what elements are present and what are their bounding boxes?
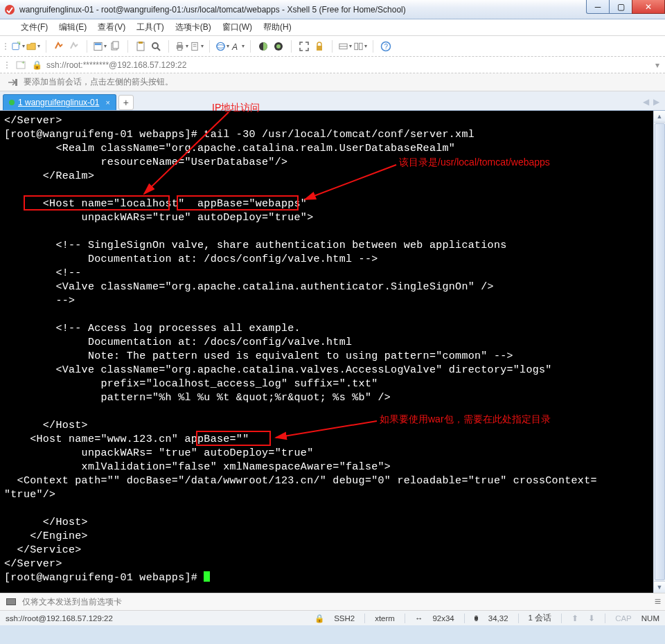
open-folder-icon[interactable]: [26, 39, 40, 53]
app-icon: [4, 4, 15, 15]
svg-point-36: [6, 62, 8, 63]
svg-rect-12: [113, 42, 118, 48]
toolbar: + A ?: [0, 36, 665, 57]
status-size: 92x34: [432, 614, 454, 623]
window-titlebar: wangruifenglinux-01 - root@wangruifeng-0…: [0, 0, 665, 19]
status-size-icon: ↔: [415, 614, 423, 623]
svg-point-23: [217, 42, 224, 50]
properties-icon[interactable]: [93, 39, 107, 53]
send-bar: 仅将文本发送到当前选项卡 ≡: [0, 593, 665, 610]
svg-point-0: [5, 5, 15, 15]
minimize-button[interactable]: ─: [586, 0, 610, 14]
send-bar-text[interactable]: 仅将文本发送到当前选项卡: [22, 596, 122, 608]
svg-text:A: A: [231, 42, 238, 51]
help-icon[interactable]: ?: [379, 39, 393, 53]
menu-tabs[interactable]: 选项卡(B): [171, 20, 215, 35]
status-term: xterm: [375, 614, 395, 623]
svg-rect-10: [95, 43, 101, 45]
svg-text:+: +: [17, 41, 20, 45]
scroll-down-icon[interactable]: ▼: [654, 581, 665, 593]
status-num: NUM: [641, 614, 659, 623]
svg-point-37: [6, 64, 8, 66]
svg-rect-33: [359, 43, 362, 49]
menu-tools[interactable]: 工具(T): [132, 20, 168, 35]
svg-point-24: [217, 44, 224, 48]
status-bar: ssh://root@192.168.57.129:22 🔒 SSH2 xter…: [0, 610, 665, 625]
encoding-icon[interactable]: [215, 39, 229, 53]
new-session-icon[interactable]: +: [11, 39, 25, 53]
tab-strip: 1 wangruifenglinux-01 × + ◀ ▶: [0, 91, 665, 111]
terminal-scrollbar[interactable]: ▲ ▼: [653, 111, 665, 593]
lock-indicator-icon: 🔒: [32, 60, 42, 70]
send-bar-menu-icon[interactable]: ≡: [655, 596, 661, 608]
status-pos-icon: ⧯: [475, 614, 479, 623]
address-text[interactable]: ssh://root:********@192.168.57.129:22: [46, 60, 651, 70]
scroll-up-icon[interactable]: ▲: [654, 111, 665, 123]
menu-help[interactable]: 帮助(H): [259, 20, 296, 35]
svg-rect-41: [15, 79, 17, 86]
session-tab[interactable]: 1 wangruifenglinux-01 ×: [3, 94, 116, 110]
svg-point-4: [5, 43, 6, 44]
connection-status-icon: [9, 100, 15, 105]
log-icon[interactable]: [190, 39, 204, 53]
menu-file[interactable]: 文件(F): [17, 20, 52, 35]
find-icon[interactable]: [149, 39, 163, 53]
print-icon[interactable]: [175, 39, 188, 53]
status-connection: ssh://root@192.168.57.129:22: [6, 614, 305, 623]
hint-text: 要添加当前会话，点击左侧的箭头按钮。: [24, 76, 173, 88]
fullscreen-icon[interactable]: [297, 39, 311, 53]
menubar: 文件(F) 编辑(E) 查看(V) 工具(T) 选项卡(B) 窗口(W) 帮助(…: [0, 19, 665, 36]
transfer-icon[interactable]: [338, 39, 352, 53]
svg-line-16: [157, 48, 160, 51]
terminal[interactable]: </Server> [root@wangruifeng-01 webapps]#…: [0, 111, 665, 593]
tab-next-icon[interactable]: ▶: [653, 97, 659, 107]
paste-icon[interactable]: [134, 39, 148, 53]
status-cursor-pos: 34,32: [488, 614, 508, 623]
status-protocol: SSH2: [334, 614, 355, 623]
svg-rect-19: [178, 47, 182, 50]
color-scheme-icon[interactable]: [256, 39, 270, 53]
hint-bar: 要添加当前会话，点击左侧的箭头按钮。: [0, 73, 665, 91]
svg-rect-14: [139, 42, 143, 44]
tab-close-icon[interactable]: ×: [105, 98, 109, 107]
terminal-area: </Server> [root@wangruifeng-01 webapps]#…: [0, 111, 665, 593]
svg-point-28: [276, 44, 281, 48]
status-sessions: 1 会话: [529, 613, 552, 623]
menu-window[interactable]: 窗口(W): [218, 20, 256, 35]
svg-text:?: ?: [384, 43, 389, 51]
svg-point-6: [5, 48, 6, 50]
close-button[interactable]: ✕: [632, 0, 665, 14]
status-ssh-icon: 🔒: [314, 614, 324, 623]
scroll-thumb[interactable]: [655, 123, 665, 580]
reconnect-icon[interactable]: [52, 39, 66, 53]
window-title: wangruifenglinux-01 - root@wangruifeng-0…: [19, 5, 661, 15]
svg-point-15: [152, 43, 158, 48]
status-up-icon: ⬆: [571, 614, 578, 623]
layout-icon[interactable]: [353, 39, 367, 53]
menu-view[interactable]: 查看(V): [94, 20, 130, 35]
svg-text:+: +: [21, 60, 25, 66]
address-dropdown-icon[interactable]: ▾: [655, 60, 659, 70]
copy-icon[interactable]: [108, 39, 122, 53]
disconnect-icon[interactable]: [67, 39, 81, 53]
menu-edit[interactable]: 编辑(E): [55, 20, 91, 35]
svg-point-5: [5, 46, 6, 47]
svg-rect-29: [317, 46, 322, 51]
hint-arrow-icon: [6, 75, 19, 89]
address-bar: + 🔒 ssh://root:********@192.168.57.129:2…: [0, 57, 665, 73]
add-session-icon[interactable]: +: [14, 58, 28, 72]
svg-rect-18: [178, 42, 182, 45]
send-target-icon[interactable]: [4, 595, 18, 609]
lock-icon[interactable]: [312, 39, 326, 53]
status-down-icon: ⬇: [588, 614, 595, 623]
maximize-button[interactable]: ▢: [609, 0, 632, 14]
svg-rect-46: [7, 599, 15, 605]
session-tab-label: 1 wangruifenglinux-01: [18, 98, 99, 107]
new-tab-button[interactable]: +: [118, 95, 134, 110]
svg-rect-32: [355, 43, 358, 49]
status-caps: CAP: [615, 614, 632, 623]
font-icon[interactable]: A: [231, 39, 245, 53]
highlight-icon[interactable]: [272, 39, 285, 53]
tab-prev-icon[interactable]: ◀: [643, 97, 649, 107]
svg-point-38: [6, 67, 8, 69]
